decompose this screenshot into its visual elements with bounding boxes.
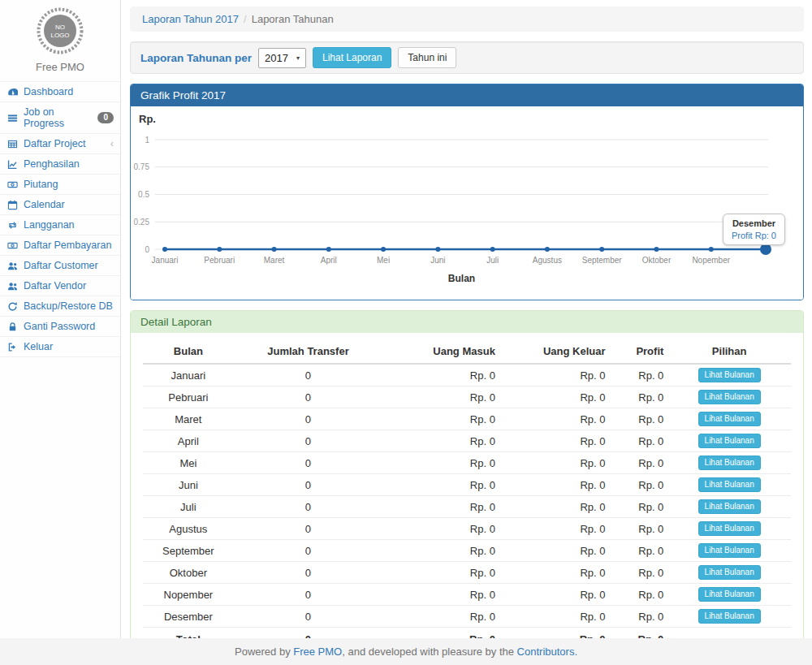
cell-uang-keluar: Rp. 0 xyxy=(499,452,610,474)
no-logo-badge-icon: NO LOGO xyxy=(36,6,84,55)
y-axis-title: Rp. xyxy=(139,113,156,125)
total-profit: Rp. 0 xyxy=(610,628,668,639)
lihat-bulanan-button[interactable]: Lihat Bulanan xyxy=(698,390,761,404)
cell-uang-keluar: Rp. 0 xyxy=(499,474,610,496)
lihat-bulanan-button[interactable]: Lihat Bulanan xyxy=(698,609,761,624)
cell-jumlah-transfer: 0 xyxy=(234,540,383,562)
sidebar-item-dashboard[interactable]: Dashboard xyxy=(0,81,120,101)
lihat-bulanan-button[interactable]: Lihat Bulanan xyxy=(698,499,761,514)
sidebar-item-daftar-customer[interactable]: Daftar Customer xyxy=(0,255,120,275)
sidebar-item-daftar-vendor[interactable]: Daftar Vendor xyxy=(0,275,120,296)
cell-uang-masuk: Rp. 0 xyxy=(382,518,499,540)
cell-uang-keluar: Rp. 0 xyxy=(499,584,610,606)
cell-uang-keluar: Rp. 0 xyxy=(499,540,610,562)
svg-text:0.25: 0.25 xyxy=(134,218,150,227)
profit-line-chart[interactable]: 00.250.50.751JanuariPebruariMaretAprilMe… xyxy=(131,129,803,291)
lihat-bulanan-button[interactable]: Lihat Bulanan xyxy=(698,587,761,602)
sidebar-item-daftar-pembayaran[interactable]: Daftar Pembayaran xyxy=(0,235,120,255)
sidebar-item-job-on-progress[interactable]: Job on Progress 0 xyxy=(0,101,120,133)
lihat-bulanan-button[interactable]: Lihat Bulanan xyxy=(698,477,761,492)
cell-bulan: Nopember xyxy=(143,584,234,606)
cell-uang-masuk: Rp. 0 xyxy=(382,386,499,408)
lihat-bulanan-button[interactable]: Lihat Bulanan xyxy=(698,521,761,536)
sidebar-item-piutang[interactable]: Piutang xyxy=(0,174,120,194)
refresh-icon xyxy=(7,301,19,312)
cell-jumlah-transfer: 0 xyxy=(234,364,383,386)
cell-jumlah-transfer: 0 xyxy=(234,584,383,606)
chart-line-icon xyxy=(7,159,19,170)
cell-bulan: Januari xyxy=(143,364,234,386)
cell-profit: Rp. 0 xyxy=(610,364,668,386)
svg-text:Oktober: Oktober xyxy=(642,256,672,265)
col-header-pilihan: Pilihan xyxy=(667,339,791,364)
year-select[interactable]: 2017 ▾ xyxy=(258,48,306,68)
free-pmo-link[interactable]: Free PMO xyxy=(293,646,342,658)
table-row-oktober: Oktober 0 Rp. 0 Rp. 0 Rp. 0 Lihat Bulana… xyxy=(143,562,791,584)
svg-text:0.5: 0.5 xyxy=(138,190,149,199)
sidebar: NO LOGO Free PMO Dashboard Job on Progre… xyxy=(0,0,121,638)
breadcrumb-separator: / xyxy=(244,13,247,25)
cell-jumlah-transfer: 0 xyxy=(234,606,383,628)
total-uang-keluar: Rp. 0 xyxy=(499,628,610,639)
cell-jumlah-transfer: 0 xyxy=(234,386,383,408)
cell-uang-masuk: Rp. 0 xyxy=(382,430,499,452)
calendar-icon xyxy=(7,200,19,210)
svg-text:0: 0 xyxy=(145,245,149,254)
sidebar-item-ganti-password[interactable]: Ganti Password xyxy=(0,316,120,336)
table-row-juni: Juni 0 Rp. 0 Rp. 0 Rp. 0 Lihat Bulanan xyxy=(143,474,791,496)
signout-icon xyxy=(7,342,19,352)
users-icon xyxy=(7,261,19,271)
cell-uang-keluar: Rp. 0 xyxy=(499,408,610,430)
sidebar-item-keluar[interactable]: Keluar xyxy=(0,336,120,357)
cell-profit: Rp. 0 xyxy=(610,562,668,584)
tooltip-value: Profit Rp: 0 xyxy=(732,231,776,240)
main-content: Laporan Tahun 2017/Laporan Tahunan Lapor… xyxy=(121,0,812,638)
sidebar-item-langganan[interactable]: Langganan xyxy=(0,214,120,235)
detail-laporan-panel: Detail Laporan Bulan Jumlah Transfer Uan… xyxy=(130,310,804,638)
svg-text:0.75: 0.75 xyxy=(134,162,150,171)
logo-text-line1: NO xyxy=(55,24,65,31)
svg-text:Maret: Maret xyxy=(264,256,285,265)
profit-chart-panel: Grafik Profit 2017 Rp. 00.250.50.751Janu… xyxy=(130,84,804,300)
report-filter-bar: Laporan Tahunan per 2017 ▾ Lihat Laporan… xyxy=(130,41,804,74)
cell-profit: Rp. 0 xyxy=(610,518,668,540)
cell-profit: Rp. 0 xyxy=(610,540,668,562)
cell-profit: Rp. 0 xyxy=(610,430,668,452)
cell-jumlah-transfer: 0 xyxy=(234,408,383,430)
lihat-bulanan-button[interactable]: Lihat Bulanan xyxy=(698,434,761,448)
lihat-bulanan-button[interactable]: Lihat Bulanan xyxy=(698,368,761,382)
sidebar-item-daftar-project[interactable]: Daftar Project ‹ xyxy=(0,133,120,153)
sidebar-item-backup-restore-db[interactable]: Backup/Restore DB xyxy=(0,296,120,316)
money-icon xyxy=(7,240,19,251)
breadcrumb-link-laporan-tahun[interactable]: Laporan Tahun 2017 xyxy=(142,13,239,25)
cell-jumlah-transfer: 0 xyxy=(234,518,383,540)
svg-text:September: September xyxy=(582,256,623,265)
col-header-bulan: Bulan xyxy=(143,339,234,364)
lihat-laporan-button[interactable]: Lihat Laporan xyxy=(313,47,391,68)
cell-uang-keluar: Rp. 0 xyxy=(499,562,610,584)
cell-uang-keluar: Rp. 0 xyxy=(499,364,610,386)
total-label: Total xyxy=(143,628,234,639)
cell-bulan: Desember xyxy=(143,606,234,628)
cell-profit: Rp. 0 xyxy=(610,584,668,606)
contributors-link[interactable]: Contributors. xyxy=(517,646,577,658)
col-header-uang-keluar: Uang Keluar xyxy=(499,339,610,364)
chevron-left-icon: ‹ xyxy=(110,140,114,148)
profit-chart[interactable]: Rp. 00.250.50.751JanuariPebruariMaretApr… xyxy=(131,106,803,300)
cell-jumlah-transfer: 0 xyxy=(234,452,383,474)
lihat-bulanan-button[interactable]: Lihat Bulanan xyxy=(698,456,761,470)
cell-jumlah-transfer: 0 xyxy=(234,496,383,518)
sidebar-item-penghasilan[interactable]: Penghasilan xyxy=(0,153,120,174)
lihat-bulanan-button[interactable]: Lihat Bulanan xyxy=(698,543,761,558)
svg-text:Mei: Mei xyxy=(377,256,390,265)
cell-bulan: Mei xyxy=(143,452,234,474)
cell-profit: Rp. 0 xyxy=(610,474,668,496)
lihat-bulanan-button[interactable]: Lihat Bulanan xyxy=(698,412,761,426)
table-row-april: April 0 Rp. 0 Rp. 0 Rp. 0 Lihat Bulanan xyxy=(143,430,791,452)
tahun-ini-button[interactable]: Tahun ini xyxy=(398,47,456,68)
sidebar-item-calendar[interactable]: Calendar xyxy=(0,194,120,214)
lihat-bulanan-button[interactable]: Lihat Bulanan xyxy=(698,565,761,580)
cell-profit: Rp. 0 xyxy=(610,606,668,628)
cell-bulan: Agustus xyxy=(143,518,234,540)
money-icon xyxy=(7,179,19,190)
